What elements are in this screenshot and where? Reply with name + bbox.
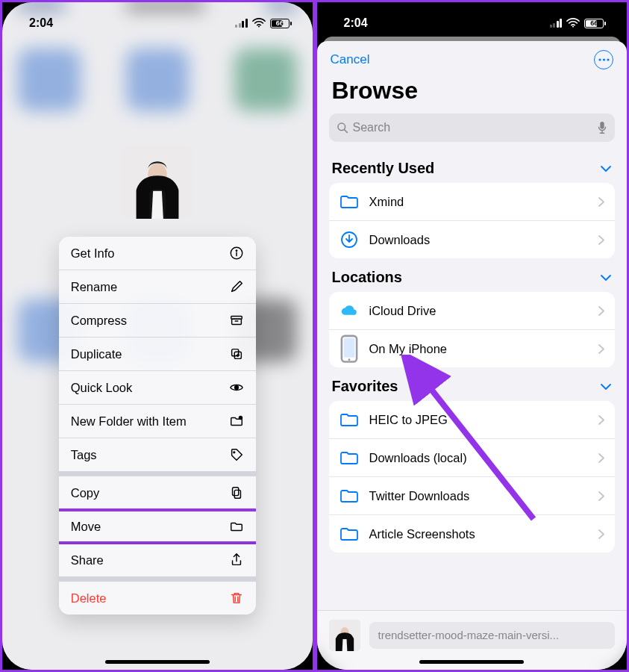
menu-label: Share — [71, 553, 104, 567]
menu-compress[interactable]: Compress — [59, 303, 256, 337]
section-title: Favorites — [332, 378, 398, 395]
wifi-icon — [252, 18, 266, 28]
info-icon — [229, 246, 244, 261]
menu-duplicate[interactable]: Duplicate — [59, 337, 256, 370]
pencil-icon — [229, 279, 244, 294]
folder-icon — [339, 192, 359, 211]
row-on-my-iphone[interactable]: On My iPhone — [329, 329, 616, 367]
wifi-icon — [566, 18, 580, 28]
menu-copy[interactable]: Copy — [59, 476, 256, 509]
row-downloads[interactable]: Downloads — [329, 220, 616, 258]
share-icon — [229, 553, 244, 567]
section-title: Recently Used — [332, 160, 435, 177]
section-header-locations[interactable]: Locations — [329, 258, 616, 292]
battery-indicator: 66 — [270, 19, 292, 28]
svg-rect-12 — [232, 488, 238, 496]
battery-indicator: 66 — [584, 19, 606, 28]
svg-point-15 — [598, 58, 601, 60]
chevron-right-icon — [598, 305, 604, 317]
cellular-signal-icon — [235, 19, 248, 28]
row-label: iCloud Drive — [369, 304, 436, 318]
row-label: Twitter Downloads — [369, 489, 470, 503]
copy-icon — [229, 485, 244, 500]
chevron-right-icon — [598, 452, 604, 464]
svg-point-4 — [236, 250, 237, 252]
menu-label: Quick Look — [71, 381, 133, 395]
folder-icon — [339, 448, 359, 467]
menu-label: Duplicate — [71, 347, 122, 361]
menu-label: New Folder with Item — [71, 414, 187, 429]
row-label: HEIC to JPEG — [369, 413, 448, 427]
menu-label: Move — [71, 520, 101, 534]
folder-icon — [339, 524, 359, 544]
cellular-signal-icon — [550, 19, 563, 28]
menu-share[interactable]: Share — [59, 543, 256, 576]
chevron-right-icon — [598, 196, 604, 208]
mic-icon[interactable] — [597, 121, 607, 134]
chevron-right-icon — [598, 491, 604, 502]
menu-move[interactable]: Move — [59, 509, 256, 543]
menu-new-folder[interactable]: New Folder with Item — [59, 404, 256, 438]
menu-tags[interactable]: Tags — [59, 438, 256, 471]
row-label: On My iPhone — [369, 342, 448, 356]
menu-rename[interactable]: Rename — [59, 270, 256, 303]
section-header-favorites[interactable]: Favorites — [329, 367, 616, 401]
folder-icon — [339, 486, 359, 505]
cancel-button[interactable]: Cancel — [331, 52, 370, 67]
search-input[interactable]: Search — [329, 113, 616, 142]
svg-point-9 — [234, 385, 238, 389]
clock: 2:04 — [344, 16, 368, 30]
page-title: Browse — [317, 74, 628, 111]
svg-point-11 — [233, 452, 234, 453]
search-icon — [337, 122, 348, 134]
menu-quick-look[interactable]: Quick Look — [59, 370, 256, 404]
row-twitter-downloads[interactable]: Twitter Downloads — [329, 476, 616, 514]
svg-rect-19 — [600, 122, 604, 129]
menu-label: Tags — [71, 448, 97, 462]
chevron-right-icon — [598, 234, 604, 246]
row-label: Xmind — [369, 195, 404, 209]
menu-get-info[interactable]: Get Info — [59, 237, 256, 270]
row-downloads-local[interactable]: Downloads (local) — [329, 438, 616, 476]
row-label: Article Screenshots — [369, 527, 475, 541]
moving-file-name: trendsetter-mood-maze-main-versi... — [369, 622, 616, 649]
row-heic-to-jpeg[interactable]: HEIC to JPEG — [329, 401, 616, 438]
folder-plus-icon — [229, 414, 244, 429]
row-label: Downloads (local) — [369, 451, 467, 465]
svg-point-17 — [607, 58, 609, 60]
row-label: Downloads — [369, 233, 431, 247]
svg-point-14 — [572, 25, 574, 27]
moving-file-thumbnail — [329, 620, 360, 651]
row-article-screenshots[interactable]: Article Screenshots — [329, 514, 616, 553]
home-indicator — [419, 660, 524, 664]
download-circle-icon — [339, 230, 359, 249]
favorites-list: HEIC to JPEG Downloads (local) Twitter D… — [329, 401, 616, 553]
trash-icon — [229, 591, 244, 606]
menu-label: Delete — [71, 591, 107, 606]
clock: 2:04 — [29, 16, 53, 30]
chevron-right-icon — [598, 343, 604, 355]
cloud-icon — [339, 301, 359, 320]
chevron-right-icon — [598, 529, 604, 540]
move-destination-sheet: Cancel Browse Search Recently Used — [317, 41, 628, 670]
recent-list: Xmind Downloads — [329, 183, 616, 258]
status-bar: 2:04 66 — [2, 2, 313, 38]
row-icloud-drive[interactable]: iCloud Drive — [329, 292, 616, 329]
menu-delete[interactable]: Delete — [59, 582, 256, 615]
row-xmind[interactable]: Xmind — [329, 183, 616, 220]
svg-point-23 — [348, 358, 350, 361]
archive-icon — [229, 313, 244, 328]
search-placeholder: Search — [353, 121, 391, 134]
eye-icon — [229, 380, 244, 395]
svg-rect-13 — [234, 490, 240, 498]
svg-rect-6 — [231, 319, 241, 324]
menu-label: Rename — [71, 280, 117, 294]
iphone-icon — [339, 339, 359, 358]
more-options-button[interactable] — [594, 50, 613, 69]
menu-label: Get Info — [71, 246, 115, 261]
tag-icon — [229, 447, 244, 462]
home-indicator — [105, 660, 210, 664]
section-title: Locations — [332, 269, 402, 286]
section-header-recent[interactable]: Recently Used — [329, 149, 616, 183]
menu-label: Compress — [71, 314, 127, 328]
